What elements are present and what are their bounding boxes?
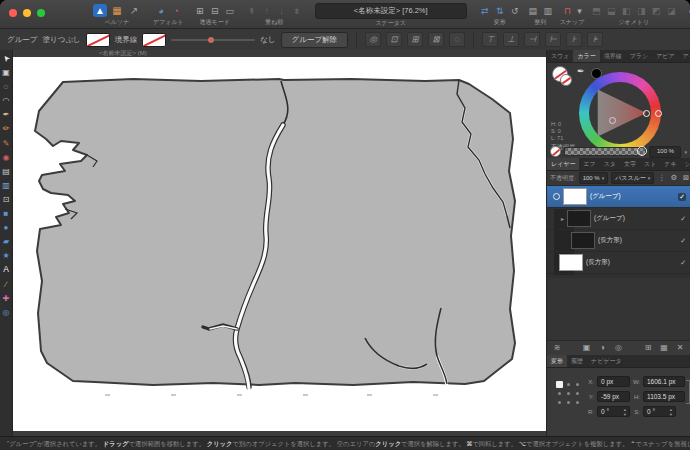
align-bottom-icon[interactable]: ⊥ [503,32,519,47]
minimize-window-button[interactable] [23,9,31,17]
boolean-subtract-icon[interactable]: ⬓ [605,4,617,18]
tab-text[interactable]: テキ [660,158,680,170]
x-field[interactable]: 0 px [597,376,630,387]
layer-thumbnail[interactable] [571,232,595,249]
tab-appearance[interactable]: アピア [652,50,678,62]
gear-icon[interactable]: ⚙ [669,171,678,185]
transform-objects-icon[interactable]: ⊠ [428,32,444,47]
layer-label[interactable]: (グループ) [594,214,625,223]
flip-vertical-icon[interactable]: ⇅ [494,4,506,18]
layer-row-rectangle[interactable]: (長方形) ✓ [547,252,690,274]
layer-label[interactable]: (長方形) [598,236,622,245]
tab-swatches[interactable]: スウォ [547,50,573,62]
transparency-tool[interactable]: ▤ [2,167,10,176]
y-field[interactable]: -59 px [597,391,630,402]
move-to-front-icon[interactable]: ⇞ [246,4,258,18]
contour-tool[interactable]: ◌ [4,82,9,91]
stroke-width-value[interactable]: なし [260,35,275,45]
boolean-xor-icon[interactable]: ◨ [635,4,647,18]
layer-visibility-check[interactable]: ✓ [680,259,686,267]
selection-box-icon[interactable]: ⊞ [407,32,423,47]
align-top-icon[interactable]: ⊤ [482,32,498,47]
align-left-icon[interactable]: ⊣ [524,32,540,47]
layer-row-group[interactable]: ▸ (グループ) ✓ [547,208,690,230]
export-persona-icon[interactable]: ↗ [127,4,141,18]
insert-behind-icon[interactable]: ◐ [685,4,690,18]
noise-swatch[interactable] [550,146,561,157]
cycle-selection-icon[interactable]: ⊡ [386,32,402,47]
place-image-tool[interactable]: ▥ [2,181,10,190]
vector-view-icon[interactable]: ⊞ [194,4,206,18]
stroke-selector-swatch[interactable] [560,74,572,86]
pixel-persona-icon[interactable]: ▦ [110,4,124,18]
layer-row-rectangle[interactable]: (長方形) ✓ [547,230,690,252]
distribute-icon[interactable]: ▥ [542,4,554,18]
default-fill-icon[interactable]: ◕ [155,4,167,18]
move-to-back-icon[interactable]: ⇟ [291,4,303,18]
width-field[interactable]: 1606.1 px [643,376,685,387]
boolean-add-icon[interactable]: ⬒ [590,4,602,18]
vector-brush-tool[interactable]: ✎ [3,139,10,148]
shear-field[interactable]: 0 °▴▾ [643,406,676,417]
chevron-down-icon[interactable]: ▾ [684,149,687,155]
ellipse-tool[interactable]: ● [4,223,9,232]
mask-layer-icon[interactable]: ▣ [582,341,592,355]
tab-color[interactable]: カラー [573,50,599,62]
default-reset-icon[interactable]: ◔ [170,4,182,18]
add-layer-icon[interactable]: ⊞ [643,341,653,355]
star-tool[interactable]: ★ [2,251,9,260]
eyedropper-icon[interactable]: ✒ [577,66,585,76]
tab-stroke[interactable]: 境界線 [600,50,626,62]
tab-stroke2[interactable]: スト [640,158,660,170]
opacity-slider[interactable] [564,147,646,156]
opacity-value[interactable]: 100 % [649,146,681,158]
hue-ring-marker[interactable] [655,110,662,117]
rotation-field[interactable]: 0 °▴▾ [597,406,630,417]
tab-assets[interactable]: アセ [679,50,690,62]
blend-mode-select[interactable]: パススルー▾ [611,172,654,184]
rounded-rectangle-tool[interactable]: ▰ [3,237,9,246]
zoom-window-button[interactable] [37,9,45,17]
tab-layers[interactable]: レイヤー [547,158,579,170]
align-center-icon[interactable]: ⊦ [566,32,582,47]
fill-tool[interactable]: ◉ [3,153,10,162]
show-orientation-icon[interactable]: ◌ [449,32,465,47]
fill-color-swatch[interactable] [86,33,110,47]
pen-tool[interactable]: ✒ [3,110,10,119]
tab-effects[interactable]: エフ [579,158,599,170]
group-layers-icon[interactable]: ▦ [659,341,669,355]
tab-character[interactable]: 文字 [620,158,640,170]
pixel-view-icon[interactable]: ⊟ [209,4,221,18]
rectangle-tool[interactable]: ■ [4,209,9,218]
ungroup-button[interactable]: グループ解除 [281,32,349,48]
lock-icon[interactable]: ⊠ [681,171,690,185]
expand-arrow-icon[interactable]: ▸ [561,215,564,222]
stroke-width-slider[interactable] [171,34,255,46]
corner-tool[interactable]: ◠ [3,96,10,105]
adjustment-layer-icon[interactable]: ◑ [598,341,608,355]
edit-all-layers-icon[interactable]: ≋ [552,341,562,355]
blend-options-icon[interactable]: ⋮ [657,171,666,185]
artboard[interactable] [13,57,547,431]
tab-symbols[interactable]: シン [681,158,690,170]
layer-visibility-check[interactable]: ✓ [680,215,686,223]
link-dimensions-icon[interactable] [686,380,690,404]
layer-effects-icon[interactable]: ◎ [614,341,624,355]
layer-row-group-selected[interactable]: (グループ) ✓ [547,186,690,208]
delete-layer-icon[interactable]: ✕ [675,341,685,355]
layer-visibility-check[interactable]: ✓ [680,237,686,245]
close-window-button[interactable] [9,9,17,17]
stroke-color-swatch[interactable] [142,33,166,47]
stroke-width-tool[interactable]: ∕ [5,280,6,289]
align-right-icon[interactable]: ⊢ [545,32,561,47]
edit-target-dot[interactable] [553,193,560,200]
layer-thumbnail[interactable] [563,188,587,205]
tab-transform[interactable]: 変形 [547,355,567,367]
layer-thumbnail[interactable] [559,254,583,271]
layer-opacity-value[interactable]: 100 %▾ [579,172,609,184]
boolean-intersect-icon[interactable]: ◧ [620,4,632,18]
height-field[interactable]: 1103.5 px [643,391,685,402]
snapping-magnet-icon[interactable]: ⊓ [561,4,573,18]
rotation-center-icon[interactable]: ◎ [365,32,381,47]
flip-horizontal-icon[interactable]: ⇄ [479,4,491,18]
